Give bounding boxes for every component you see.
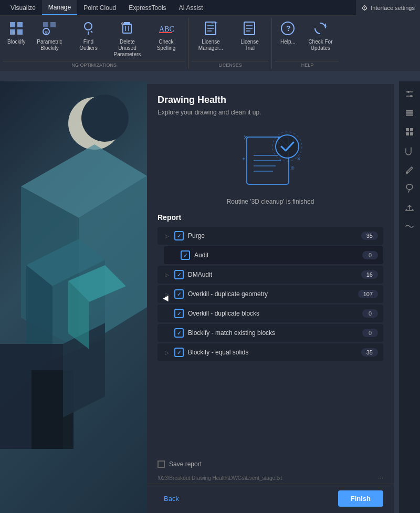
- check-updates-label: Check For Updates: [306, 39, 335, 51]
- svg-rect-1: [17, 22, 23, 27]
- check-dmaudit[interactable]: [174, 270, 184, 279]
- license-manager-icon: Lite: [202, 20, 219, 37]
- license-trial-label: License Trial: [235, 39, 264, 51]
- svg-point-57: [406, 172, 408, 174]
- check-purge[interactable]: [174, 231, 184, 240]
- find-outliers-icon: [80, 20, 97, 37]
- check-overkill-geo[interactable]: [174, 289, 184, 299]
- panel-title: Drawing Health: [158, 95, 383, 106]
- check-spelling-icon: ABC: [158, 20, 174, 37]
- svg-point-9: [85, 23, 92, 30]
- ribbon-item-license-trial[interactable]: License Trial: [230, 18, 268, 54]
- svg-text:⚙: ⚙: [121, 22, 124, 26]
- report-item-overkill-blocks[interactable]: Overkill - duplicate blocks 0: [158, 305, 383, 322]
- svg-rect-51: [406, 112, 413, 114]
- report-item-overkill-geo[interactable]: ▷ Overkill - duplicate geometry 107: [158, 285, 383, 303]
- report-count-dmaudit: 16: [361, 270, 378, 279]
- report-name-overkill-geo: Overkill - duplicate geometry: [188, 290, 358, 298]
- ribbon-item-delete-unused[interactable]: ⚙ Delete Unused Parameters: [108, 18, 146, 60]
- svg-rect-53: [406, 128, 409, 131]
- report-item-blockify-equal[interactable]: ▷ Blockify - equal solids 35: [158, 343, 383, 361]
- wave-button[interactable]: [401, 218, 418, 235]
- check-overkill-blocks[interactable]: [174, 309, 184, 318]
- report-name-overkill-blocks: Overkill - duplicate blocks: [188, 310, 362, 317]
- svg-rect-0: [10, 22, 15, 27]
- tab-ai-assist[interactable]: AI Assist: [173, 0, 209, 15]
- blockify-label: Blockify: [7, 39, 25, 45]
- ribbon-item-find-outliers[interactable]: Find Outliers: [69, 18, 107, 54]
- file-path-row: !023\Breakout Drawing Health\DWGs\Event_…: [147, 472, 394, 484]
- tab-visualize[interactable]: Visualize: [4, 0, 42, 15]
- help-label: Help...: [280, 39, 296, 45]
- svg-point-34: [81, 95, 129, 142]
- license-manager-label: License Manager...: [196, 39, 225, 51]
- ribbon-tab-bar: Visualize Manage Point Cloud ExpressTool…: [0, 0, 420, 16]
- back-button[interactable]: Back: [158, 491, 185, 506]
- check-blockify-match[interactable]: [174, 328, 184, 338]
- side-toolbar: [399, 81, 420, 513]
- panel-footer: Back Finish: [147, 484, 394, 513]
- tab-point-cloud[interactable]: Point Cloud: [77, 0, 122, 15]
- help-icon: ?: [279, 20, 296, 37]
- balloon-button[interactable]: [401, 180, 418, 197]
- file-path-text: !023\Breakout Drawing Health\DWGs\Event_…: [158, 475, 375, 481]
- grid-button[interactable]: [401, 123, 418, 140]
- attach-button[interactable]: [401, 142, 418, 159]
- svg-text:⚙: ⚙: [45, 30, 48, 34]
- sliders-button[interactable]: [401, 86, 418, 102]
- parametric-blockify-icon: ⚙: [41, 20, 58, 37]
- ribbon: Visualize Manage Point Cloud ExpressTool…: [0, 0, 420, 71]
- report-item-audit[interactable]: Audit 0: [164, 246, 383, 264]
- save-report-checkbox[interactable]: [158, 460, 165, 468]
- save-report-row: Save report: [147, 456, 394, 472]
- svg-rect-56: [410, 132, 413, 135]
- interface-settings-button[interactable]: ⚙ Interface settings: [356, 0, 420, 16]
- svg-rect-52: [406, 114, 413, 116]
- license-trial-icon: [241, 20, 258, 37]
- ribbon-group-ng-optimizations: B Blockify ⚙ Parametric Blocki: [0, 18, 188, 69]
- ribbon-item-help[interactable]: ? Help...: [275, 18, 300, 47]
- report-name-blockify-equal: Blockify - equal solids: [188, 349, 361, 356]
- svg-text:ABC: ABC: [159, 25, 174, 33]
- panel-header: Drawing Health Explore your drawing and …: [147, 84, 394, 121]
- svg-point-65: [276, 135, 299, 158]
- svg-rect-54: [410, 128, 413, 131]
- file-dots-button[interactable]: ···: [378, 474, 383, 481]
- svg-point-49: [410, 95, 412, 97]
- check-audit[interactable]: [181, 250, 190, 260]
- svg-text:⊕: ⊕: [290, 165, 295, 171]
- svg-line-12: [91, 31, 92, 33]
- report-count-audit: 0: [362, 251, 378, 259]
- svg-text:✦: ✦: [242, 156, 246, 162]
- svg-rect-13: [124, 22, 130, 24]
- drawing-health-panel: Drawing Health Explore your drawing and …: [147, 84, 394, 513]
- ribbon-item-check-spelling[interactable]: ABC Check Spelling: [147, 18, 185, 54]
- report-item-dmaudit[interactable]: ▷ DMAudit 16: [158, 266, 383, 284]
- chevron-icon-purge: ▷: [163, 232, 171, 240]
- drawing-area: [0, 81, 147, 513]
- svg-text:✕: ✕: [243, 134, 248, 141]
- ribbon-item-check-updates[interactable]: Check For Updates: [301, 18, 339, 54]
- panel-illustration: ✕ ✕ ✦ ⊕ Routine '3D cleanup' is finished: [147, 121, 394, 208]
- tab-manage[interactable]: Manage: [42, 0, 77, 15]
- ribbon-item-parametric-blockify[interactable]: ⚙ Parametric Blockify: [30, 18, 68, 54]
- svg-text:?: ?: [286, 24, 291, 33]
- report-item-purge[interactable]: ▷ Purge 35: [158, 227, 383, 245]
- finish-button[interactable]: Finish: [338, 490, 383, 507]
- report-title: Report: [158, 213, 383, 222]
- upload-button[interactable]: [401, 199, 418, 216]
- ribbon-group-help: ? Help... Check For Updates: [272, 18, 342, 69]
- report-count-overkill-blocks: 0: [362, 309, 378, 318]
- svg-rect-50: [406, 110, 413, 112]
- panel-subtitle: Explore your drawing and clean it up.: [158, 109, 383, 116]
- tab-express-tools[interactable]: ExpressTools: [122, 0, 172, 15]
- check-blockify-equal[interactable]: [174, 348, 184, 357]
- report-count-overkill-geo: 107: [358, 290, 378, 298]
- layers-button[interactable]: [401, 104, 418, 121]
- ribbon-item-blockify[interactable]: B Blockify: [3, 18, 29, 47]
- ribbon-item-license-manager[interactable]: Lite License Manager...: [192, 18, 229, 54]
- paint-button[interactable]: [401, 161, 418, 178]
- report-item-blockify-match[interactable]: Blockify - match existing blocks 0: [158, 324, 383, 342]
- help-group-label: HELP: [275, 61, 339, 69]
- report-name-dmaudit: DMAudit: [188, 271, 361, 278]
